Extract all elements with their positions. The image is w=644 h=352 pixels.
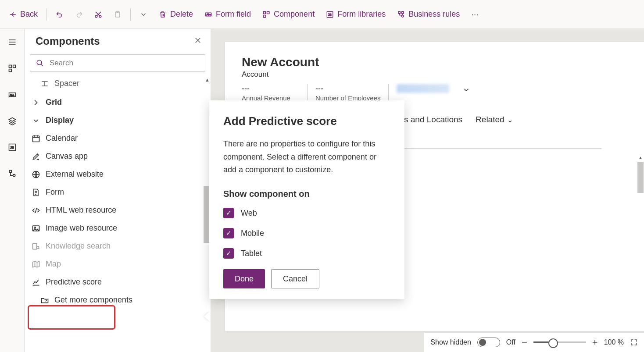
fit-icon[interactable] bbox=[630, 338, 638, 346]
tree-item-image-web-resource[interactable]: Image web resource bbox=[28, 219, 207, 237]
tree-item-knowledge-search: Knowledge search bbox=[28, 237, 207, 255]
sidebar-scrollbar[interactable] bbox=[204, 186, 210, 243]
field-annual-revenue[interactable]: --- Annual Revenue bbox=[242, 84, 308, 102]
search-icon bbox=[36, 59, 44, 67]
show-hidden-toggle[interactable] bbox=[477, 338, 500, 347]
svg-text:JS: JS bbox=[10, 146, 14, 149]
done-button[interactable]: Done bbox=[223, 269, 265, 288]
form-field-button[interactable]: Abc Form field bbox=[200, 7, 255, 21]
canvas-scrollbar[interactable] bbox=[637, 162, 644, 193]
search-input[interactable] bbox=[30, 54, 205, 72]
toggle-off-label: Off bbox=[506, 338, 515, 346]
business-rules-label: Business rules bbox=[408, 10, 460, 19]
tree-item-map: Map bbox=[28, 255, 207, 273]
dialog-callout-arrow bbox=[204, 311, 210, 322]
sidebar-title: Components bbox=[36, 35, 100, 47]
back-label: Back bbox=[20, 10, 38, 19]
code-icon bbox=[32, 206, 40, 215]
zoom-value: 100 % bbox=[604, 338, 624, 346]
grid-icon bbox=[8, 64, 17, 73]
svg-text:JS: JS bbox=[328, 13, 332, 16]
tree-item-calendar[interactable]: Calendar bbox=[28, 129, 207, 147]
svg-point-27 bbox=[34, 227, 36, 228]
cancel-button[interactable]: Cancel bbox=[271, 269, 319, 288]
form-libraries-label: Form libraries bbox=[337, 10, 386, 19]
zoom-slider[interactable] bbox=[533, 341, 586, 343]
field-dropdown[interactable] bbox=[389, 84, 457, 102]
calendar-icon bbox=[32, 134, 40, 143]
chart-line-icon bbox=[32, 278, 40, 287]
arrow-left-icon bbox=[9, 11, 17, 18]
chevron-down-icon bbox=[462, 86, 470, 94]
tree-item-canvas-app[interactable]: Canvas app bbox=[28, 147, 207, 165]
toolbar: Back Delete Abc Form field Component JS … bbox=[0, 0, 644, 29]
hamburger-button[interactable] bbox=[5, 35, 19, 49]
spacer-icon bbox=[40, 79, 49, 88]
undo-icon bbox=[56, 11, 64, 18]
cut-button[interactable] bbox=[90, 8, 107, 21]
business-rules-button[interactable]: Business rules bbox=[393, 7, 464, 21]
checkbox-mobile-row[interactable]: ✓ Mobile bbox=[223, 228, 390, 238]
zoom-out-button[interactable]: − bbox=[522, 337, 527, 348]
rules-icon bbox=[397, 11, 405, 18]
checkbox-tablet-label: Tablet bbox=[241, 249, 262, 258]
map-icon bbox=[32, 260, 40, 269]
svg-rect-11 bbox=[398, 11, 401, 14]
chevron-button[interactable] bbox=[135, 8, 152, 21]
document-icon bbox=[32, 188, 40, 197]
svg-point-22 bbox=[13, 174, 15, 177]
svg-point-0 bbox=[95, 15, 97, 18]
undo-button[interactable] bbox=[51, 8, 68, 21]
js-rail-button[interactable]: JS bbox=[5, 140, 19, 154]
delete-button[interactable]: Delete bbox=[154, 7, 197, 21]
chevron-right-icon bbox=[32, 98, 40, 107]
show-hidden-label: Show hidden bbox=[430, 338, 471, 346]
component-button[interactable]: Component bbox=[258, 7, 319, 21]
search-box[interactable] bbox=[30, 54, 205, 72]
back-button[interactable]: Back bbox=[4, 7, 42, 21]
tab-addresses[interactable]: s and Locations bbox=[404, 115, 462, 126]
paste-icon bbox=[114, 11, 122, 18]
js-icon: JS bbox=[326, 11, 334, 18]
tree-item-predictive-score[interactable]: Predictive score bbox=[28, 273, 207, 291]
redo-button[interactable] bbox=[71, 8, 87, 21]
components-rail-button[interactable] bbox=[5, 61, 19, 75]
close-sidebar-button[interactable] bbox=[194, 36, 202, 46]
svg-rect-15 bbox=[13, 65, 15, 68]
fields-rail-button[interactable]: Abc bbox=[5, 88, 19, 102]
svg-rect-7 bbox=[267, 11, 269, 14]
trash-icon bbox=[159, 11, 167, 18]
tree-rail-button[interactable] bbox=[5, 167, 19, 181]
get-more-components-button[interactable]: Get more components bbox=[28, 291, 207, 309]
tab-related[interactable]: Related bbox=[476, 115, 513, 126]
toolbar-separator bbox=[130, 8, 131, 21]
tree-group-grid[interactable]: Grid bbox=[28, 93, 207, 111]
zoom-in-button[interactable]: + bbox=[592, 337, 598, 348]
more-button[interactable]: ··· bbox=[467, 7, 483, 22]
add-predictive-score-dialog: Add Predictive score There are no proper… bbox=[209, 100, 404, 299]
tree-item-external-website[interactable]: External website bbox=[28, 165, 207, 183]
checkbox-mobile[interactable]: ✓ bbox=[223, 228, 234, 238]
tree-item-html-web-resource[interactable]: HTML web resource bbox=[28, 201, 207, 219]
globe-icon bbox=[32, 170, 40, 179]
image-icon bbox=[32, 224, 40, 233]
pencil-icon bbox=[32, 152, 40, 161]
checkbox-tablet[interactable]: ✓ bbox=[223, 248, 234, 259]
form-subtitle: Account bbox=[242, 70, 630, 79]
tree-group-display[interactable]: Display bbox=[28, 111, 207, 129]
components-tree: ▲ Spacer Grid Display Calendar Canvas ap… bbox=[25, 76, 211, 352]
cut-icon bbox=[94, 11, 102, 18]
layers-rail-button[interactable] bbox=[5, 114, 19, 128]
checkbox-tablet-row[interactable]: ✓ Tablet bbox=[223, 248, 390, 259]
form-libraries-button[interactable]: JS Form libraries bbox=[322, 7, 390, 21]
js-icon: JS bbox=[8, 143, 17, 152]
checkbox-web-row[interactable]: ✓ Web bbox=[223, 208, 390, 218]
svg-rect-21 bbox=[9, 171, 11, 173]
svg-text:Abc: Abc bbox=[10, 94, 14, 96]
checkbox-web[interactable]: ✓ bbox=[223, 208, 234, 218]
tree-item-form[interactable]: Form bbox=[28, 183, 207, 201]
tree-item-spacer[interactable]: Spacer bbox=[28, 76, 207, 92]
components-sidebar: Components ▲ Spacer Grid Display bbox=[25, 29, 211, 352]
field-num-employees[interactable]: --- Number of Employees bbox=[308, 84, 389, 102]
paste-button[interactable] bbox=[109, 8, 126, 21]
